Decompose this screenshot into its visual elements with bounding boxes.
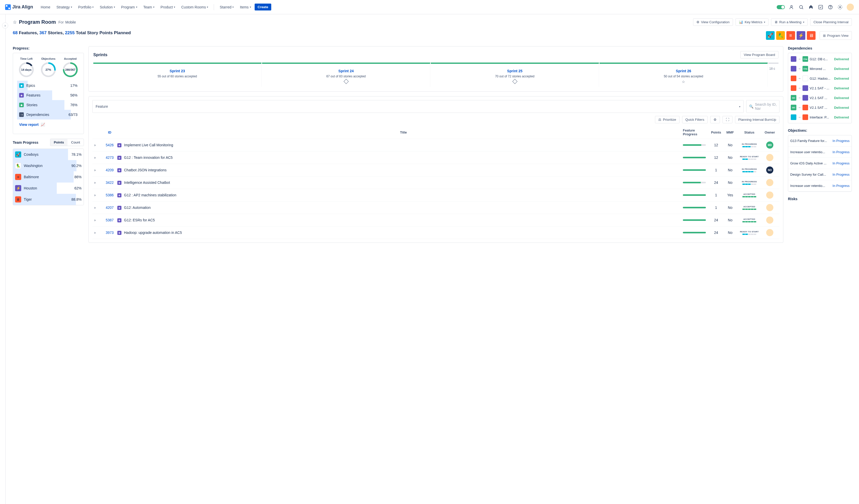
team-tile[interactable]: 🚀 — [766, 31, 774, 40]
dependency-row[interactable]: GD → V2.1 SAT ... Delivered — [789, 103, 850, 112]
team-tile[interactable]: 🖥 — [807, 31, 815, 40]
settings-button[interactable]: ⚙ — [710, 116, 720, 123]
feature-id[interactable]: 4273 — [102, 156, 117, 160]
team-row[interactable]: ≡ Baltimore 86% — [13, 171, 84, 183]
feature-id[interactable]: 5387 — [102, 218, 117, 222]
team-row[interactable]: 🚀 Cowboys 78.1% — [13, 149, 84, 160]
search-icon[interactable] — [798, 4, 804, 10]
brand-logo[interactable]: Jira Align — [5, 4, 33, 10]
feature-row[interactable]: › 3422 ◈ Intelligence Assisted Chatbot 2… — [92, 176, 780, 189]
nav-solution[interactable]: Solution▾ — [97, 3, 118, 11]
expand-chevron[interactable]: › — [94, 180, 95, 185]
program-view-button[interactable]: ⊞Program View — [819, 31, 852, 40]
owner-avatar[interactable] — [766, 179, 773, 186]
tab-points[interactable]: Points — [50, 139, 68, 146]
owner-avatar[interactable] — [766, 154, 773, 161]
sprint-column[interactable]: Sprint 25 70 out of 72 stories accepted — [431, 63, 599, 87]
expand-chevron[interactable]: › — [94, 156, 95, 160]
dependency-row[interactable]: → Interface: P... Delivered — [789, 112, 850, 122]
type-select[interactable]: Feature▾ — [92, 100, 744, 113]
objective-row[interactable]: Increase user retentio... In Progress — [788, 146, 852, 158]
col-status[interactable]: Status — [737, 130, 762, 134]
team-tile[interactable]: ⚡ — [797, 31, 805, 40]
expand-chevron[interactable]: › — [94, 143, 95, 147]
view-report-link[interactable]: View report📈 — [17, 120, 79, 130]
progress-row[interactable]: ◈ Features 56% — [17, 90, 79, 100]
feature-row[interactable]: › 5386 ◈ G12 : AP2 machines stabilizatio… — [92, 189, 780, 202]
for-value[interactable]: Mobile — [65, 20, 76, 24]
search-input[interactable]: 🔍Search by ID, Nar — [746, 100, 780, 113]
sprint-column[interactable]: Sprint 26 50 out of 54 stories accepted … — [600, 63, 768, 87]
tab-count[interactable]: Count — [67, 139, 84, 146]
star-icon[interactable]: ☆ — [13, 19, 17, 25]
feature-id[interactable]: 3422 — [102, 180, 117, 185]
objective-row[interactable]: Increase user retentio... In Progress — [788, 180, 852, 191]
feature-row[interactable]: › 5426 ◈ Implement Live Call Monitoring … — [92, 139, 780, 152]
owner-avatar[interactable]: NO — [766, 167, 773, 174]
nav-portfolio[interactable]: Portfolio▾ — [76, 3, 96, 11]
objective-row[interactable]: G13 Family Feature for... In Progress — [788, 135, 852, 146]
expand-chevron[interactable]: › — [94, 193, 95, 197]
progress-row[interactable]: ◆ Epics 17% — [17, 81, 79, 90]
owner-avatar[interactable] — [766, 217, 773, 224]
close-interval-button[interactable]: Close Planning Interval — [810, 18, 852, 26]
notifications-icon[interactable] — [808, 4, 814, 10]
dependency-row[interactable]: GD → V2.1 SAT ... Delivered — [789, 93, 850, 103]
nav-strategy[interactable]: Strategy▾ — [54, 3, 75, 11]
help-icon[interactable] — [827, 4, 833, 10]
objective-row[interactable]: Grow iOS Daily Active ... In Progress — [788, 158, 852, 169]
fullscreen-button[interactable]: ⛶ — [723, 116, 733, 123]
objective-row[interactable]: Design Survey for Call... In Progress — [788, 169, 852, 180]
team-row[interactable]: 🦜 Washington 90.2% — [13, 160, 84, 171]
quick-filters-button[interactable]: Quick Filters — [682, 116, 708, 123]
checkbox-icon[interactable] — [817, 4, 824, 10]
rail-expand-button[interactable]: › — [2, 22, 8, 29]
team-tile[interactable]: ≡ — [786, 31, 795, 40]
feature-row[interactable]: › 4273 ◈ G12 : Team innovation for AC5 1… — [92, 152, 780, 164]
sprint-column[interactable]: Sprint 23 55 out of 60 stories accepted — [93, 63, 261, 87]
owner-avatar[interactable] — [766, 191, 773, 199]
create-button[interactable]: Create — [255, 3, 271, 11]
dependency-row[interactable]: → V2.1 SAT - ... Delivered — [789, 83, 850, 93]
feature-row[interactable]: › 3973 ◈ Hadoop: upgrade automation in A… — [92, 226, 780, 239]
feature-row[interactable]: › 4207 ◈ G12: Automation 1 No ACCEPTED — [92, 202, 780, 214]
team-tile[interactable]: 🦜 — [776, 31, 785, 40]
col-points[interactable]: Points — [708, 130, 724, 134]
nav-program[interactable]: Program▾ — [119, 3, 140, 11]
col-progress[interactable]: Feature Progress — [683, 128, 708, 136]
user-icon[interactable] — [788, 4, 795, 10]
sprint-column[interactable]: Sprint 24 67 out of 83 stories accepted — [262, 63, 430, 87]
key-metrics-button[interactable]: 📊Key Metrics▾ — [736, 18, 769, 26]
dependency-row[interactable]: → G12: Hadoo... Delivered — [789, 74, 850, 83]
nav-product[interactable]: Product▾ — [158, 3, 178, 11]
owner-avatar[interactable]: MD — [766, 141, 773, 148]
view-program-board-button[interactable]: View Program Board — [740, 51, 779, 59]
toggle-switch[interactable] — [777, 5, 785, 9]
progress-row[interactable]: ⇢ Dependencies 63/73 — [17, 110, 79, 120]
feature-row[interactable]: › 4209 ◈ Chatbot JSON integrations 1 No … — [92, 164, 780, 176]
nav-items[interactable]: Items▾ — [237, 3, 253, 11]
nav-custom-rooms[interactable]: Custom Rooms▾ — [179, 3, 211, 11]
feature-id[interactable]: 4207 — [102, 206, 117, 210]
feature-id[interactable]: 5426 — [102, 143, 117, 147]
feature-row[interactable]: › 5387 ◈ G12: ESRs for AC5 24 No ACCEPTE… — [92, 214, 780, 226]
feature-id[interactable]: 5386 — [102, 193, 117, 197]
progress-row[interactable]: ◆ Stories 76% — [17, 100, 79, 110]
run-meeting-button[interactable]: 🖥Run a Meeting▾ — [771, 18, 808, 26]
user-avatar[interactable] — [847, 3, 854, 11]
col-mmf[interactable]: MMF — [724, 130, 737, 134]
nav-home[interactable]: Home — [38, 3, 52, 11]
nav-starred[interactable]: Starred▾ — [217, 3, 236, 11]
owner-avatar[interactable] — [766, 229, 773, 236]
expand-chevron[interactable]: › — [94, 218, 95, 222]
burnup-button[interactable]: Planning Interval BurnUp — [735, 116, 780, 123]
team-row[interactable]: 🖥 Tiger 88.8% — [13, 194, 84, 205]
gear-icon[interactable] — [837, 4, 843, 10]
view-configuration-button[interactable]: ⚙View Configuration — [693, 18, 733, 26]
col-owner[interactable]: Owner — [762, 130, 778, 134]
expand-chevron[interactable]: › — [94, 231, 95, 235]
dependency-row[interactable]: → Cha G12: DB c... Delivered — [789, 54, 850, 64]
expand-chevron[interactable]: › — [94, 168, 95, 172]
nav-team[interactable]: Team▾ — [141, 3, 157, 11]
expand-chevron[interactable]: › — [94, 206, 95, 210]
